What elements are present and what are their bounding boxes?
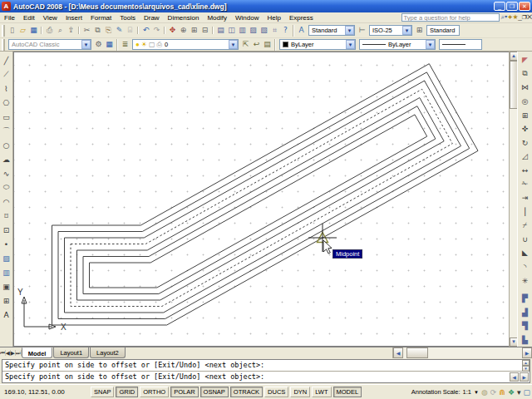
arc-icon[interactable]: ⌒ xyxy=(0,124,12,138)
cut-icon[interactable]: ✂ xyxy=(81,24,92,37)
layer-combo[interactable]: ●☀▢⎙ 0 ▼ xyxy=(132,39,239,50)
array-icon[interactable]: ⊞ xyxy=(519,108,531,122)
coordinate-readout[interactable]: 169.10, 112.51, 0.00 xyxy=(2,387,90,397)
properties-palette-icon[interactable]: ▤ xyxy=(215,24,226,37)
lineweight-combo[interactable] xyxy=(439,39,482,50)
annotation-scale-value[interactable]: 1:1 xyxy=(463,388,471,396)
zoom-window-icon[interactable]: ⊞ xyxy=(189,24,200,37)
layer-freeze-sun-icon[interactable]: ☀ xyxy=(141,41,147,49)
construction-line-icon[interactable]: ⟋ xyxy=(0,67,12,81)
zoom-previous-icon[interactable]: ⊟ xyxy=(200,24,210,37)
doc-close-icon[interactable]: ✕ xyxy=(527,13,532,21)
publish-icon[interactable]: ⇪ xyxy=(66,24,76,37)
tray-dropdown-icon[interactable]: ▾ xyxy=(517,387,521,398)
annotation-autoscale-icon[interactable]: ⟳ xyxy=(490,387,497,398)
toggle-ducs[interactable]: DUCS xyxy=(264,387,288,397)
toggle-snap[interactable]: SNAP xyxy=(91,387,114,397)
stretch-icon[interactable]: ↔ xyxy=(519,164,531,178)
menu-help[interactable]: Help xyxy=(263,13,284,22)
draworder-bring-to-front-icon[interactable]: ▛ xyxy=(519,292,531,306)
break-at-point-icon[interactable]: ⎮ xyxy=(519,204,531,219)
horizontal-scrollbar[interactable]: ◀ ▶ xyxy=(392,347,532,358)
scroll-up-icon[interactable]: ▲ xyxy=(522,360,530,366)
dim-style-combo[interactable]: ISO-25 ▼ xyxy=(369,25,412,36)
undo-icon[interactable]: ↶ xyxy=(140,24,151,37)
menu-express[interactable]: Express xyxy=(285,13,318,22)
menu-dimension[interactable]: Dimension xyxy=(164,13,204,22)
offset-polyline[interactable] xyxy=(65,81,461,313)
save-icon[interactable]: ▦ xyxy=(28,24,39,37)
tab-nav-button[interactable]: ▶ xyxy=(11,350,16,356)
tab-nav-button[interactable]: ⏭ xyxy=(16,350,22,356)
layer-states-icon[interactable]: ▤ xyxy=(262,38,273,51)
plot-preview-icon[interactable]: ⌕ xyxy=(55,24,66,37)
erase-icon[interactable]: ◤ xyxy=(519,53,531,67)
table-style-icon[interactable]: ⊞ xyxy=(414,24,425,37)
markup-set-manager-icon[interactable]: ▧ xyxy=(259,24,269,37)
toggle-dyn[interactable]: DYN xyxy=(290,387,310,397)
trim-icon[interactable]: ✁ xyxy=(519,177,531,191)
circle-icon[interactable]: ○ xyxy=(0,138,12,152)
make-object-layer-current-icon[interactable]: ⇱ xyxy=(240,38,251,51)
layer-previous-icon[interactable]: ↩ xyxy=(251,38,262,51)
menu-format[interactable]: Format xyxy=(86,13,116,22)
dim-style-icon[interactable]: ⊢ xyxy=(357,24,367,37)
draworder-bring-above-icon[interactable]: ▜ xyxy=(519,319,531,333)
help-icon[interactable]: ? xyxy=(280,24,291,37)
color-combo[interactable]: ByLayer ▼ xyxy=(279,39,356,50)
designcenter-icon[interactable]: ◫ xyxy=(226,24,237,37)
plot-icon[interactable]: ⎙ xyxy=(44,24,55,37)
scale-icon[interactable]: ◿ xyxy=(519,150,531,164)
save-workspace-icon[interactable]: ▦ xyxy=(104,38,115,51)
command-input-line[interactable]: Specify point on side to offset or [Exit… xyxy=(2,372,530,382)
table-style-combo[interactable]: Standard xyxy=(426,25,460,36)
zoom-realtime-icon[interactable]: ⊕ xyxy=(178,24,189,37)
polygon-icon[interactable]: ⎔ xyxy=(0,96,12,110)
workspace-combo[interactable]: AutoCAD Classic ▼ xyxy=(8,39,91,50)
toggle-lwt[interactable]: LWT xyxy=(312,387,331,397)
offset-polyline[interactable] xyxy=(90,115,427,288)
region-icon[interactable]: ▣ xyxy=(0,279,12,293)
rotate-icon[interactable]: ↻ xyxy=(519,135,531,150)
toolbar-lock-icon[interactable]: ⋒ xyxy=(499,387,505,398)
drawing-canvas[interactable]: Y X Midpoint xyxy=(13,52,509,347)
scroll-left-icon[interactable]: ◀ xyxy=(510,372,519,382)
chevron-down-icon[interactable]: ▼ xyxy=(345,26,354,35)
annotation-visibility-icon[interactable]: ◍ xyxy=(481,387,488,398)
chevron-down-icon[interactable]: ▼ xyxy=(402,26,411,35)
extend-icon[interactable]: ⇥ xyxy=(519,191,531,205)
layer-on-bulb-icon[interactable]: ● xyxy=(135,41,140,49)
toggle-osnap[interactable]: OSNAP xyxy=(200,387,229,397)
text-style-icon[interactable]: A xyxy=(296,24,307,37)
rectangle-icon[interactable]: ▭ xyxy=(0,110,12,124)
tab-layout2[interactable]: Layout2 xyxy=(90,347,126,358)
toolbar-grip[interactable] xyxy=(2,39,5,51)
multiline-text-icon[interactable]: A xyxy=(0,308,12,322)
menu-window[interactable]: Window xyxy=(231,13,263,22)
paste-icon[interactable]: ⎘ xyxy=(103,24,114,37)
tab-nav-button[interactable]: ◀ xyxy=(6,350,11,356)
ellipse-arc-icon[interactable]: ◠ xyxy=(0,195,12,209)
toggle-grid[interactable]: GRID xyxy=(116,387,138,397)
layer-plot-icon[interactable]: ⎙ xyxy=(157,41,162,49)
redo-icon[interactable]: ↷ xyxy=(151,24,162,37)
join-icon[interactable]: ∪ xyxy=(519,233,531,247)
tab-layout1[interactable]: Layout1 xyxy=(53,347,89,358)
selected-polyline[interactable] xyxy=(71,89,452,306)
offset-polyline[interactable] xyxy=(58,72,470,319)
table-icon[interactable]: ⊞ xyxy=(0,293,12,308)
spline-icon[interactable]: ∿ xyxy=(0,166,12,180)
block-editor-icon[interactable]: ⌺ xyxy=(125,24,135,37)
close-button[interactable]: ✕ xyxy=(519,2,530,11)
tab-nav-button[interactable]: ⏮ xyxy=(0,350,6,356)
chevron-down-icon[interactable]: ▼ xyxy=(474,390,479,395)
chevron-down-icon[interactable]: ▼ xyxy=(426,40,435,49)
restore-button[interactable]: ❐ xyxy=(506,2,518,11)
scroll-right-icon[interactable]: ▶ xyxy=(522,347,532,358)
toggle-otrack[interactable]: OTRACK xyxy=(230,387,263,397)
polyline-icon[interactable]: ⌇ xyxy=(0,81,12,96)
fillet-icon[interactable]: ◝ xyxy=(519,260,531,274)
gradient-icon[interactable]: ▥ xyxy=(0,265,12,279)
chevron-down-icon[interactable]: ▼ xyxy=(229,40,238,49)
draworder-send-to-back-icon[interactable]: ▟ xyxy=(519,305,531,319)
